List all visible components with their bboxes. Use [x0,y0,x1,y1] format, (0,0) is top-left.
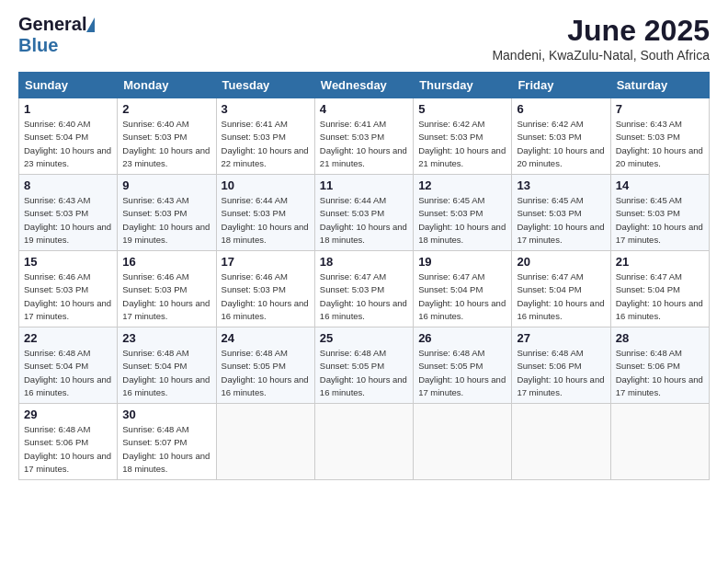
col-saturday: Saturday [610,73,709,98]
daylight-text: Daylight: 10 hours and 17 minutes. [616,222,703,245]
sunset-text: Sunset: 5:03 PM [24,208,88,218]
sunrise-text: Sunrise: 6:45 AM [418,195,484,205]
calendar-week-1: 1 Sunrise: 6:40 AM Sunset: 5:04 PM Dayli… [19,98,710,175]
daylight-text: Daylight: 10 hours and 17 minutes. [418,374,506,397]
col-monday: Monday [118,73,216,98]
sunset-text: Sunset: 5:03 PM [222,208,286,218]
calendar-week-3: 15 Sunrise: 6:46 AM Sunset: 5:03 PM Dayl… [19,251,710,327]
table-row: 30 Sunrise: 6:48 AM Sunset: 5:07 PM Dayl… [118,404,216,480]
day-number: 24 [222,331,310,345]
daylight-text: Daylight: 10 hours and 16 minutes. [418,298,506,321]
daylight-text: Daylight: 10 hours and 20 minutes. [616,145,703,168]
day-number: 23 [122,331,210,345]
daylight-text: Daylight: 10 hours and 18 minutes. [320,222,407,245]
daylight-text: Daylight: 10 hours and 22 minutes. [222,145,309,168]
location-title: Mandeni, KwaZulu-Natal, South Africa [492,48,710,63]
day-number: 7 [616,102,704,116]
day-number: 19 [418,255,506,269]
table-row: 28 Sunrise: 6:48 AM Sunset: 5:06 PM Dayl… [610,327,709,404]
day-info: Sunrise: 6:41 AM Sunset: 5:03 PM Dayligh… [320,118,408,170]
day-info: Sunrise: 6:40 AM Sunset: 5:03 PM Dayligh… [122,118,210,170]
sunset-text: Sunset: 5:03 PM [320,132,384,142]
col-tuesday: Tuesday [216,73,314,98]
day-number: 3 [222,102,310,116]
day-number: 27 [517,331,605,345]
day-info: Sunrise: 6:48 AM Sunset: 5:04 PM Dayligh… [122,347,210,399]
daylight-text: Daylight: 10 hours and 18 minutes. [222,222,309,245]
sunrise-text: Sunrise: 6:47 AM [418,271,484,282]
day-info: Sunrise: 6:47 AM Sunset: 5:04 PM Dayligh… [418,270,506,323]
sunset-text: Sunset: 5:03 PM [320,208,384,218]
daylight-text: Daylight: 10 hours and 17 minutes. [122,298,210,321]
table-row: 6 Sunrise: 6:42 AM Sunset: 5:03 PM Dayli… [512,98,610,175]
day-number: 17 [222,255,310,269]
day-info: Sunrise: 6:45 AM Sunset: 5:03 PM Dayligh… [418,194,506,247]
day-info: Sunrise: 6:46 AM Sunset: 5:03 PM Dayligh… [222,270,310,323]
col-friday: Friday [512,73,610,98]
calendar-container: General Blue June 2025 Mandeni, KwaZulu-… [0,0,728,563]
table-row: 10 Sunrise: 6:44 AM Sunset: 5:03 PM Dayl… [216,175,314,251]
day-info: Sunrise: 6:45 AM Sunset: 5:03 PM Dayligh… [517,194,605,247]
day-info: Sunrise: 6:48 AM Sunset: 5:05 PM Dayligh… [222,347,310,399]
sunset-text: Sunset: 5:04 PM [418,284,483,294]
logo: General Blue [18,14,95,56]
sunset-text: Sunset: 5:04 PM [24,132,88,142]
sunrise-text: Sunrise: 6:47 AM [320,271,386,282]
table-row: 17 Sunrise: 6:46 AM Sunset: 5:03 PM Dayl… [216,251,314,327]
table-row: 25 Sunrise: 6:48 AM Sunset: 5:05 PM Dayl… [314,327,413,404]
sunrise-text: Sunrise: 6:42 AM [517,119,583,129]
sunrise-text: Sunrise: 6:41 AM [320,119,386,129]
day-info: Sunrise: 6:44 AM Sunset: 5:03 PM Dayligh… [222,194,310,247]
sunrise-text: Sunrise: 6:48 AM [122,348,188,358]
day-number: 22 [24,331,112,345]
sunset-text: Sunset: 5:04 PM [616,284,680,294]
sunset-text: Sunset: 5:03 PM [24,284,88,294]
daylight-text: Daylight: 10 hours and 17 minutes. [616,374,703,397]
sunrise-text: Sunrise: 6:40 AM [122,119,188,129]
sunrise-text: Sunrise: 6:48 AM [517,348,583,358]
sunrise-text: Sunrise: 6:46 AM [122,271,188,282]
sunset-text: Sunset: 5:05 PM [320,361,384,371]
table-row: 18 Sunrise: 6:47 AM Sunset: 5:03 PM Dayl… [314,251,413,327]
day-number: 28 [616,331,704,345]
table-row [610,404,709,480]
day-number: 5 [418,102,506,116]
daylight-text: Daylight: 10 hours and 18 minutes. [418,222,506,245]
sunrise-text: Sunrise: 6:40 AM [24,119,90,129]
daylight-text: Daylight: 10 hours and 16 minutes. [24,374,111,397]
day-number: 2 [122,102,210,116]
daylight-text: Daylight: 10 hours and 19 minutes. [122,222,210,245]
day-info: Sunrise: 6:42 AM Sunset: 5:03 PM Dayligh… [517,118,605,170]
sunset-text: Sunset: 5:03 PM [517,132,581,142]
daylight-text: Daylight: 10 hours and 21 minutes. [418,145,506,168]
table-row: 21 Sunrise: 6:47 AM Sunset: 5:04 PM Dayl… [610,251,709,327]
sunset-text: Sunset: 5:03 PM [222,132,286,142]
sunrise-text: Sunrise: 6:48 AM [24,424,90,434]
logo-triangle-icon [86,17,95,32]
logo-general-text: General [18,14,86,34]
sunset-text: Sunset: 5:03 PM [122,132,187,142]
day-number: 11 [320,178,408,192]
daylight-text: Daylight: 10 hours and 17 minutes. [24,298,111,321]
table-row: 2 Sunrise: 6:40 AM Sunset: 5:03 PM Dayli… [118,98,216,175]
day-info: Sunrise: 6:48 AM Sunset: 5:06 PM Dayligh… [616,347,704,399]
table-row: 15 Sunrise: 6:46 AM Sunset: 5:03 PM Dayl… [19,251,118,327]
daylight-text: Daylight: 10 hours and 16 minutes. [222,298,309,321]
col-sunday: Sunday [19,73,118,98]
day-number: 25 [320,331,408,345]
daylight-text: Daylight: 10 hours and 16 minutes. [222,374,309,397]
table-row: 1 Sunrise: 6:40 AM Sunset: 5:04 PM Dayli… [19,98,118,175]
table-row: 3 Sunrise: 6:41 AM Sunset: 5:03 PM Dayli… [216,98,314,175]
day-info: Sunrise: 6:48 AM Sunset: 5:07 PM Dayligh… [122,423,210,476]
sunset-text: Sunset: 5:06 PM [24,437,88,447]
daylight-text: Daylight: 10 hours and 16 minutes. [122,374,210,397]
logo-blue-text: Blue [18,35,58,55]
table-row [414,404,512,480]
day-info: Sunrise: 6:48 AM Sunset: 5:06 PM Dayligh… [24,423,112,476]
day-number: 21 [616,255,704,269]
title-section: June 2025 Mandeni, KwaZulu-Natal, South … [492,14,710,63]
day-info: Sunrise: 6:47 AM Sunset: 5:04 PM Dayligh… [517,270,605,323]
sunrise-text: Sunrise: 6:48 AM [320,348,386,358]
sunrise-text: Sunrise: 6:44 AM [222,195,288,205]
sunrise-text: Sunrise: 6:44 AM [320,195,386,205]
